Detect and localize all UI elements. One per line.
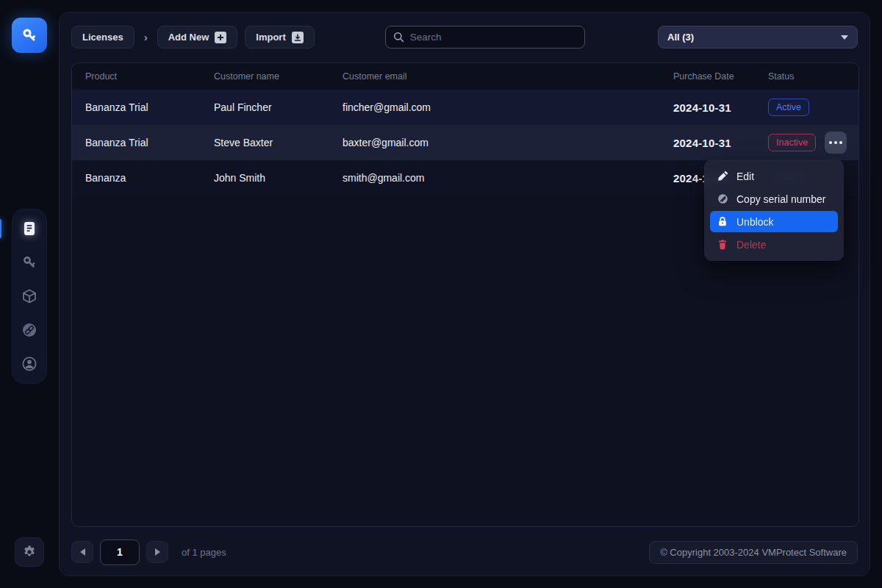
sidebar-item-customers[interactable] bbox=[21, 355, 38, 373]
licenses-table: Product Customer name Customer email Pur… bbox=[71, 62, 859, 527]
cell-purchase-date: 2024-10-31 bbox=[673, 137, 768, 149]
main-panel: Licenses › Add New Import bbox=[59, 12, 870, 576]
chevron-down-icon bbox=[841, 35, 848, 40]
cell-customer-email: fincher@gmail.com bbox=[343, 101, 673, 113]
arrow-right-icon bbox=[155, 548, 160, 556]
cell-product: Bananza bbox=[85, 172, 214, 184]
cell-product: Bananza Trial bbox=[85, 137, 214, 148]
cube-icon bbox=[21, 288, 37, 304]
column-header-purchase-date: Purchase Date bbox=[673, 71, 768, 82]
sidebar-nav bbox=[12, 209, 47, 384]
next-page-button[interactable] bbox=[146, 541, 168, 563]
pages-count-label: of 1 pages bbox=[182, 547, 226, 558]
status-badge: Active bbox=[768, 98, 809, 116]
menu-item-label: Edit bbox=[736, 171, 754, 182]
copyright-notice: © Copyright 2003-2024 VMProtect Software bbox=[649, 541, 858, 564]
plus-icon bbox=[215, 32, 226, 43]
table-header: Product Customer name Customer email Pur… bbox=[72, 63, 858, 90]
page-number-box[interactable]: 1 bbox=[100, 539, 140, 565]
gear-icon bbox=[22, 545, 37, 559]
column-header-product: Product bbox=[85, 71, 214, 82]
document-icon bbox=[22, 220, 37, 237]
row-context-menu: Edit Copy serial number Unblock Delete bbox=[704, 159, 844, 261]
cell-product: Bananza Trial bbox=[85, 101, 214, 113]
filter-value: All (3) bbox=[667, 32, 694, 43]
search-box bbox=[385, 26, 585, 49]
column-header-customer-name: Customer name bbox=[214, 71, 343, 82]
lock-icon bbox=[717, 216, 728, 227]
menu-item-delete[interactable]: Delete bbox=[710, 234, 838, 255]
sidebar-item-keys[interactable] bbox=[21, 254, 38, 271]
search-input[interactable] bbox=[410, 32, 577, 43]
menu-item-label: Copy serial number bbox=[736, 193, 825, 205]
add-new-label: Add New bbox=[168, 32, 209, 43]
app-logo[interactable] bbox=[12, 18, 47, 53]
current-page: 1 bbox=[117, 546, 123, 558]
active-nav-indicator bbox=[0, 219, 1, 238]
import-button[interactable]: Import bbox=[245, 26, 314, 49]
arrow-left-icon bbox=[80, 548, 85, 556]
search-icon bbox=[393, 32, 404, 43]
copy-icon bbox=[717, 193, 728, 204]
cell-customer-name: Steve Baxter bbox=[214, 137, 343, 148]
key-icon bbox=[21, 254, 37, 270]
add-new-button[interactable]: Add New bbox=[157, 26, 238, 49]
import-label: Import bbox=[256, 32, 285, 43]
cell-customer-name: Paul Fincher bbox=[214, 101, 343, 113]
download-icon bbox=[292, 32, 304, 43]
column-header-status: Status bbox=[768, 71, 858, 82]
menu-item-edit[interactable]: Edit bbox=[710, 165, 838, 187]
toolbar: Licenses › Add New Import bbox=[71, 26, 858, 49]
cell-purchase-date: 2024-10-31 bbox=[673, 101, 768, 114]
sidebar-item-licenses[interactable] bbox=[21, 220, 38, 237]
previous-page-button[interactable] bbox=[71, 541, 93, 563]
menu-item-unblock[interactable]: Unblock bbox=[710, 211, 838, 232]
status-badge: Inactive bbox=[768, 134, 816, 151]
pencil-icon bbox=[717, 171, 728, 182]
sidebar-item-products[interactable] bbox=[21, 287, 38, 305]
cell-customer-name: John Smith bbox=[214, 172, 343, 184]
cell-customer-email: baxter@gmail.com bbox=[343, 137, 673, 148]
panel-footer: 1 of 1 pages © Copyright 2003-2024 VMPro… bbox=[71, 539, 858, 565]
link-icon bbox=[21, 322, 37, 338]
breadcrumb-licenses-button[interactable]: Licenses bbox=[71, 26, 135, 49]
settings-button[interactable] bbox=[15, 537, 44, 567]
column-header-customer-email: Customer email bbox=[343, 71, 673, 82]
table-row[interactable]: Bananza Trial Steve Baxter baxter@gmail.… bbox=[72, 125, 858, 160]
breadcrumb-label: Licenses bbox=[82, 32, 123, 43]
user-icon bbox=[21, 356, 37, 372]
trash-icon bbox=[717, 239, 728, 250]
menu-item-label: Delete bbox=[736, 239, 766, 251]
menu-item-copy-serial[interactable]: Copy serial number bbox=[710, 188, 838, 209]
status-filter-dropdown[interactable]: All (3) bbox=[658, 26, 858, 49]
cell-customer-email: smith@gmail.com bbox=[343, 172, 673, 184]
table-row[interactable]: Bananza Trial Paul Fincher fincher@gmail… bbox=[72, 90, 858, 125]
key-icon bbox=[21, 26, 38, 44]
chevron-right-icon: › bbox=[144, 31, 148, 43]
menu-item-label: Unblock bbox=[736, 216, 774, 228]
row-actions-button[interactable] bbox=[825, 132, 847, 154]
sidebar-item-links[interactable] bbox=[21, 321, 38, 339]
